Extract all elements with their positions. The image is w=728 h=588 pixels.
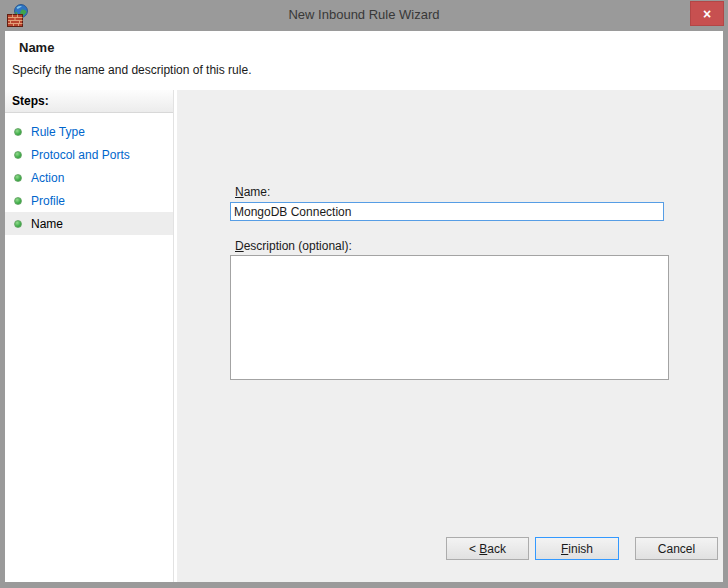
close-button[interactable]: × bbox=[690, 1, 724, 26]
page-subtitle: Specify the name and description of this… bbox=[5, 55, 723, 77]
wizard-window: New Inbound Rule Wizard × Name Specify t… bbox=[0, 0, 728, 588]
window-title: New Inbound Rule Wizard bbox=[0, 0, 728, 30]
steps-list: Rule Type Protocol and Ports Action Prof… bbox=[5, 120, 173, 235]
step-bullet-icon bbox=[14, 128, 22, 136]
step-label: Name bbox=[31, 217, 63, 231]
sidebar-item-rule-type[interactable]: Rule Type bbox=[5, 120, 173, 143]
step-bullet-icon bbox=[14, 197, 22, 205]
step-bullet-icon bbox=[14, 174, 22, 182]
step-content-pane: Name: Description (optional): < Back Fin… bbox=[177, 90, 723, 582]
rule-name-input[interactable] bbox=[230, 202, 664, 221]
titlebar[interactable]: New Inbound Rule Wizard × bbox=[0, 0, 728, 31]
rule-description-textarea[interactable] bbox=[230, 255, 669, 380]
sidebar-item-profile[interactable]: Profile bbox=[5, 189, 173, 212]
sidebar-item-action[interactable]: Action bbox=[5, 166, 173, 189]
page-header: Name Specify the name and description of… bbox=[5, 31, 723, 90]
step-bullet-icon bbox=[14, 220, 22, 228]
cancel-button[interactable]: Cancel bbox=[635, 537, 718, 560]
step-label: Protocol and Ports bbox=[31, 148, 130, 162]
sidebar-item-protocol-and-ports[interactable]: Protocol and Ports bbox=[5, 143, 173, 166]
wizard-body: Steps: Rule Type Protocol and Ports Acti… bbox=[5, 90, 723, 582]
step-label: Action bbox=[31, 171, 64, 185]
back-button[interactable]: < Back bbox=[446, 537, 529, 560]
step-label: Profile bbox=[31, 194, 65, 208]
dialog-content: Name Specify the name and description of… bbox=[5, 31, 723, 582]
step-label: Rule Type bbox=[31, 125, 85, 139]
name-field-label: Name: bbox=[235, 185, 270, 199]
close-icon: × bbox=[703, 6, 711, 22]
page-title: Name bbox=[5, 31, 723, 55]
step-bullet-icon bbox=[14, 151, 22, 159]
firewall-icon bbox=[7, 3, 29, 27]
description-field-label: Description (optional): bbox=[235, 239, 352, 253]
finish-button[interactable]: Finish bbox=[535, 537, 619, 560]
steps-header: Steps: bbox=[5, 90, 173, 113]
steps-sidebar: Steps: Rule Type Protocol and Ports Acti… bbox=[5, 90, 174, 582]
sidebar-item-name[interactable]: Name bbox=[5, 212, 173, 235]
